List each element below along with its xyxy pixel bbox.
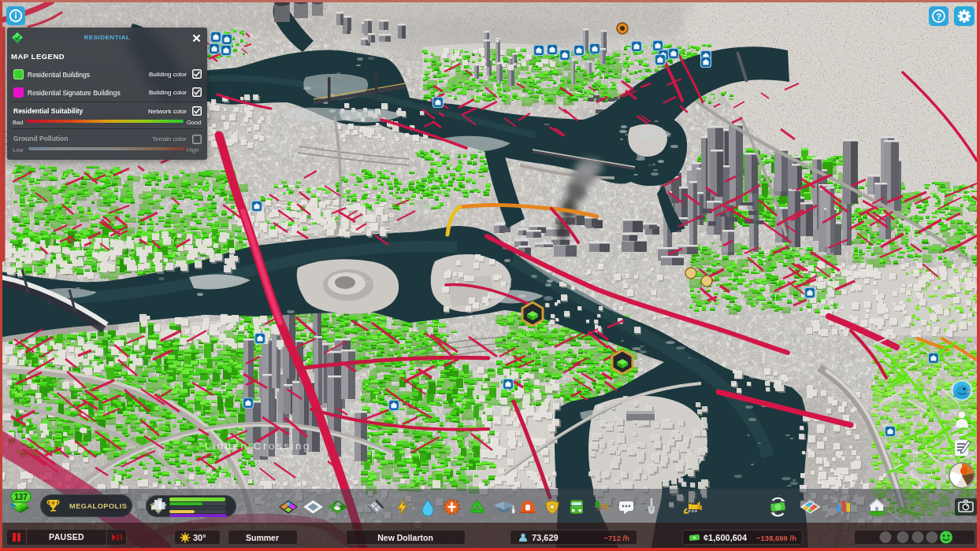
svg-text:Linden Crossing: Linden Crossing bbox=[205, 440, 311, 452]
svg-text:137: 137 bbox=[14, 493, 28, 501]
svg-text:?: ? bbox=[936, 12, 941, 21]
